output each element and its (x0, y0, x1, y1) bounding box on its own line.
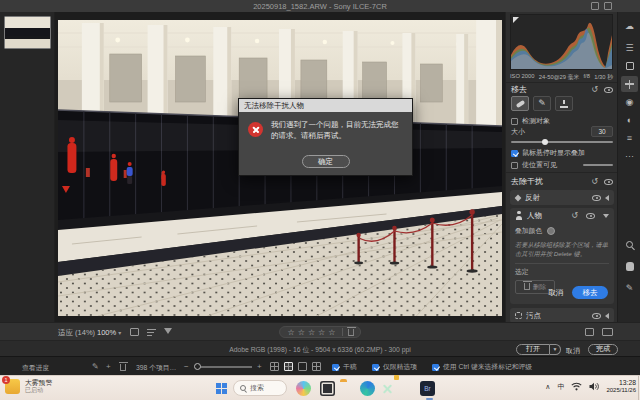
zoom-tool-icon[interactable] (621, 236, 638, 252)
done-button[interactable]: 完成 (588, 344, 618, 355)
size-value[interactable]: 30 (591, 126, 613, 137)
trash-icon[interactable] (120, 364, 126, 371)
preview-toggle-icon[interactable] (585, 328, 594, 336)
sort-icon[interactable] (147, 329, 156, 336)
wifi-icon[interactable] (571, 382, 582, 391)
clock[interactable]: 13:28 2025/11/26 (606, 379, 636, 394)
visibility-eye-icon[interactable] (586, 213, 595, 219)
list-view-icon[interactable] (312, 362, 321, 371)
star-rating[interactable]: ☆☆☆☆☆ (286, 328, 337, 337)
fullscreen-icon[interactable] (591, 2, 599, 10)
draft-checkbox[interactable] (332, 364, 339, 371)
visibility-eye-icon[interactable] (592, 313, 601, 319)
zoom-in-icon[interactable]: + (257, 362, 262, 371)
split-view-icon[interactable] (602, 328, 613, 336)
thumbnail-view-icon[interactable] (284, 362, 293, 371)
option-favorites-only[interactable]: 仅限精选项 (372, 362, 417, 372)
crop-tool-icon[interactable] (621, 58, 638, 74)
slider-knob[interactable] (194, 363, 201, 370)
ime-indicator[interactable]: 中 (557, 382, 564, 392)
visibility-eye-icon[interactable] (592, 195, 601, 201)
search-box[interactable]: 搜索 (233, 380, 287, 396)
remove-brush-tool[interactable] (511, 96, 529, 111)
histogram[interactable] (510, 14, 613, 70)
error-message: 我们遇到了一个问题，目前无法完成您的请求。请稍后再试。 (271, 120, 399, 140)
presets-icon[interactable]: ≡ (621, 130, 638, 146)
progress-label[interactable]: 查看进度 (22, 363, 49, 373)
exif-lens: 24-50@29 毫米 (539, 73, 579, 82)
workflow-info[interactable]: Adobe RGB (1998) - 16 位 - 9504 x 6336 (6… (229, 345, 411, 355)
overlay-color-swatch[interactable] (547, 227, 555, 235)
people-header[interactable]: 人物 ↺ (515, 208, 609, 223)
hover-overlay-checkbox[interactable] (511, 150, 518, 157)
cancel-button[interactable]: 取消 (566, 346, 580, 356)
people-cancel-button[interactable]: 取消 (548, 288, 563, 298)
reset-icon[interactable]: ↺ (591, 85, 598, 94)
bridge-statusbar: 查看进度 ✎ + 398 个项目… − + 干稿 仅限精选项 使用 Ctrl 键… (0, 356, 640, 375)
zoom-out-icon[interactable]: − (184, 362, 189, 371)
spots-label: 污点 (526, 311, 541, 321)
remove-panel-title: 移去 (511, 84, 527, 95)
reflections-item[interactable]: 反射 (510, 190, 614, 205)
open-button[interactable]: 打开 (516, 344, 550, 355)
reject-trash-icon[interactable] (348, 329, 354, 336)
detect-objects-checkbox[interactable] (511, 118, 518, 125)
ctrl-select-checkbox[interactable] (432, 364, 439, 371)
brush-tool-icon[interactable]: ✎ (621, 280, 638, 296)
windows-taskbar: 1 大雾预警 已启动 搜索 Br ∧ 中 (0, 375, 640, 400)
visibility-eye-icon[interactable] (604, 87, 613, 93)
edit-sliders-icon[interactable]: ☰ (621, 40, 638, 56)
add-icon[interactable]: + (106, 362, 111, 371)
option-ctrl-select[interactable]: 使用 Ctrl 键来选择标记和评级 (432, 362, 532, 372)
masking-tool-icon[interactable]: ◐ (621, 112, 638, 128)
before-after-icon[interactable] (130, 328, 139, 336)
expand-icon[interactable] (603, 214, 609, 218)
position-visible-slider[interactable] (583, 164, 613, 166)
collapse-icon[interactable] (605, 195, 609, 201)
favorites-only-checkbox[interactable] (372, 364, 379, 371)
red-eye-tool-icon[interactable]: ◉ (621, 94, 638, 110)
thumbnail-size-slider[interactable] (196, 366, 252, 368)
divider (515, 263, 609, 264)
clone-stamp-tool[interactable] (555, 96, 573, 111)
heal-tool[interactable]: ✎ (533, 96, 551, 111)
stamp-icon (560, 100, 568, 108)
grid-view-icon[interactable] (270, 362, 279, 371)
more-tools-icon[interactable]: ··· (621, 148, 638, 164)
size-slider[interactable] (511, 141, 613, 143)
hover-overlay-row[interactable]: 鼠标悬停时显示叠加 (511, 148, 585, 158)
edge-browser-icon[interactable] (360, 381, 375, 396)
cloud-sync-icon[interactable]: ☁ (621, 18, 638, 34)
collapse-icon[interactable] (605, 313, 609, 319)
hand-tool-icon[interactable] (621, 258, 638, 274)
volume-icon[interactable] (589, 382, 599, 391)
reset-icon[interactable]: ↺ (571, 211, 578, 220)
window-expand-icon[interactable] (604, 2, 612, 10)
edit-pencil-icon[interactable]: ✎ (92, 362, 99, 371)
filter-icon[interactable] (164, 328, 172, 334)
detail-view-icon[interactable] (298, 362, 307, 371)
position-visible-row[interactable]: 使位置可见 (511, 160, 613, 170)
ok-button[interactable]: 确定 (302, 155, 350, 168)
people-remove-button[interactable]: 移去 (572, 286, 608, 299)
size-slider-knob[interactable] (542, 139, 548, 145)
reset-icon[interactable]: ↺ (591, 177, 598, 186)
open-options-icon[interactable]: ▼ (550, 344, 561, 355)
visibility-eye-icon[interactable] (604, 179, 613, 185)
tray-chevron-icon[interactable]: ∧ (545, 383, 550, 391)
option-draft[interactable]: 干稿 (332, 362, 357, 372)
copilot-icon[interactable] (296, 381, 311, 396)
start-button[interactable] (216, 383, 227, 394)
remove-tool-icon[interactable] (621, 76, 638, 92)
exif-shutter: 1/30 秒 (594, 73, 613, 82)
detect-objects-row[interactable]: 检测对象 (511, 116, 550, 126)
filmstrip-thumbnail[interactable] (4, 16, 51, 49)
widgets-button[interactable]: 1 大雾预警 已启动 (5, 379, 52, 394)
fit-zoom-label[interactable]: 适应 (14%) (58, 328, 95, 338)
position-visible-checkbox[interactable] (511, 162, 518, 169)
zoom-level[interactable]: 100% ▾ (97, 328, 121, 337)
task-view-icon[interactable] (320, 381, 335, 396)
adobe-bridge-icon[interactable]: Br (420, 381, 435, 396)
spots-item[interactable]: 污点 (510, 308, 614, 323)
shadow-clipping-icon[interactable] (513, 17, 519, 23)
